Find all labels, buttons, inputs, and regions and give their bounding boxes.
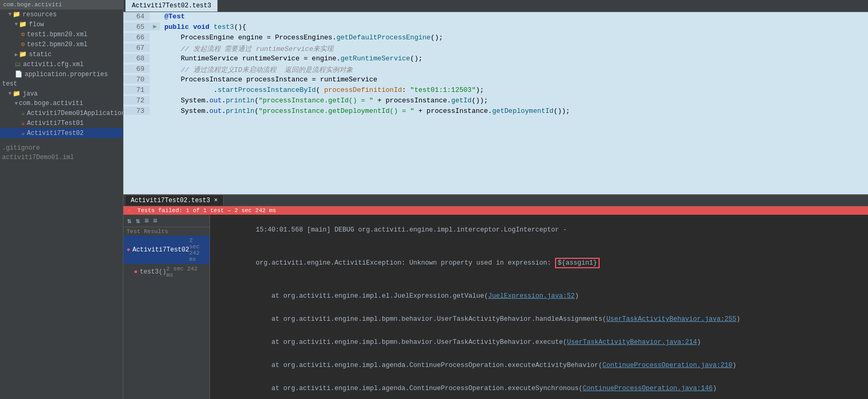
expand-icon: ▼ [15, 22, 18, 27]
console-output[interactable]: 15:40:01.568 [main] DEBUG org.activiti.e… [210, 215, 868, 399]
code-line-70: 70 ProcessInstance processInstance = run… [123, 75, 868, 86]
code-line-68: 68 RuntimeService runtimeService = engin… [123, 54, 868, 65]
sidebar-item-label: activiti7Demo01.iml [2, 154, 74, 161]
sidebar-item-test01[interactable]: ☕ Activiti7Test01 [0, 118, 123, 128]
test-item-activiti7test02[interactable]: ● Activiti7Test02 2 sec 242 ms [123, 236, 210, 264]
line-content: // 发起流程 需要通过 runtimeService来实现 [160, 44, 868, 54]
line-content: System.out.println("processInstance.getD… [160, 107, 868, 115]
line-content: // 通过流程定义ID来启动流程 返回的是流程实例对象 [160, 65, 868, 75]
run-gutter-icon[interactable]: ▶ [153, 23, 156, 30]
toolbar-btn-3[interactable]: ≡ [143, 216, 150, 226]
line-content: RuntimeService runtimeService = engine.g… [160, 54, 868, 62]
stack-prefix: at org.activiti.engine.impl.bpmn.behavio… [256, 316, 606, 323]
bottom-panel: Activiti7Test02.test3 × ● Tests failed: … [123, 194, 868, 399]
sidebar-item-app-properties[interactable]: 📄 application.properties [0, 69, 123, 79]
stack-prefix: at org.activiti.engine.impl.agenda.Conti… [256, 385, 583, 392]
toolbar-btn-1[interactable]: ⇅ [126, 216, 133, 226]
sidebar-item-label: flow [29, 21, 44, 28]
project-label: com.boge.activiti [3, 2, 62, 8]
stack-suffix: ) [697, 339, 701, 346]
error-highlight: ${assgin1} [555, 258, 600, 268]
editor-tab-active[interactable]: Activiti7Test02.test3 [126, 0, 218, 12]
code-area[interactable]: 64 @Test 65 ▶ public void test3(){ 66 Pr… [123, 12, 868, 194]
sidebar-item-flow[interactable]: ▼ 📁 flow [0, 19, 123, 29]
java-class-icon: ☕ [21, 119, 25, 127]
test-class-icon: ☕ [21, 109, 25, 117]
stack-suffix: ) [733, 362, 737, 369]
sidebar-item-static[interactable]: ▶ 📁 static [0, 49, 123, 59]
sidebar-item-test2-bpmn[interactable]: ⚙ test2.bpmn20.xml [0, 39, 123, 49]
sidebar-item-label: .gitignore [2, 144, 40, 152]
line-number: 65 [123, 23, 150, 31]
console-error-prefix: org.activiti.engine.ActivitiException: U… [256, 259, 555, 267]
stack-suffix: ) [713, 385, 717, 392]
line-number: 67 [123, 44, 150, 52]
folder-icon: 📁 [13, 10, 20, 18]
test-time: 2 sec 242 ms [166, 266, 206, 278]
sidebar-item-apptest[interactable]: ☕ Activiti7Demo01ApplicationTests [0, 108, 123, 118]
props-file-icon: 📄 [15, 70, 23, 78]
stack-link[interactable]: JuelExpression.java:52 [488, 292, 575, 300]
test-results-header-item: Test Results [123, 227, 210, 236]
code-line-64: 64 @Test [123, 12, 868, 23]
sidebar-item-test02[interactable]: ☕ Activiti7Test02 [0, 128, 123, 138]
sidebar-item-iml[interactable]: activiti7Demo01.iml [0, 153, 123, 162]
sidebar-item-test-root[interactable]: test [0, 79, 123, 89]
xml-file-icon: ⚙ [21, 40, 25, 48]
test-results-toolbar: ⇅ ⇅ ≡ ≡ [123, 215, 210, 227]
code-line-69: 69 // 通过流程定义ID来启动流程 返回的是流程实例对象 [123, 65, 868, 75]
sidebar-item-label: test [2, 80, 17, 88]
line-number: 72 [123, 96, 150, 104]
test-item-label: test3() [140, 268, 166, 276]
stack-link[interactable]: ContinueProcessOperation.java:146 [583, 385, 713, 392]
project-header: com.boge.activiti [0, 0, 123, 9]
folder-icon: 📁 [19, 20, 27, 28]
line-number: 71 [123, 86, 150, 94]
sidebar-item-com-boge[interactable]: ▼ com.boge.activiti [0, 99, 123, 108]
line-content: ProcessInstance processInstance = runtim… [160, 75, 868, 83]
line-gutter: ▶ [150, 23, 160, 30]
code-line-65: 65 ▶ public void test3(){ [123, 23, 868, 33]
console-stack-5: at org.activiti.engine.impl.agenda.Conti… [216, 377, 862, 399]
code-line-67: 67 // 发起流程 需要通过 runtimeService来实现 [123, 44, 868, 54]
sidebar-item-test1-bpmn[interactable]: ⚙ test1.bpmn20.xml [0, 29, 123, 39]
expand-icon: ▶ [15, 51, 18, 58]
bottom-tab-active[interactable]: Activiti7Test02.test3 × [126, 195, 224, 206]
sidebar-item-label: Activiti7Demo01ApplicationTests [27, 110, 123, 117]
stack-link[interactable]: UserTaskActivityBehavior.java:214 [567, 339, 697, 346]
console-text: 15:40:01.568 [main] DEBUG org.activiti.e… [256, 226, 567, 234]
stack-prefix: at org.activiti.engine.impl.bpmn.behavio… [256, 339, 567, 346]
console-line-2 [216, 242, 862, 249]
sidebar-item-label: java [23, 90, 38, 98]
toolbar-btn-4[interactable]: ≡ [151, 216, 159, 226]
java-class-icon: ☕ [21, 129, 25, 137]
test-results-sidebar: ⇅ ⇅ ≡ ≡ Test Results ● Activiti7Test02 2… [123, 215, 210, 399]
test-time: 2 sec 242 ms [189, 237, 206, 262]
stack-prefix: at org.activiti.engine.impl.el.JuelExpre… [256, 292, 488, 300]
line-content: .startProcessInstanceById( processDefini… [160, 86, 868, 94]
editor-tab-label: Activiti7Test02.test3 [132, 2, 211, 9]
sidebar-item-label: resources [23, 11, 57, 18]
stack-link[interactable]: UserTaskActivityBehavior.java:255 [606, 316, 737, 323]
line-number: 68 [123, 54, 150, 62]
sidebar-item-resources[interactable]: ▼ 📁 resources [0, 9, 123, 19]
expand-icon: ▼ [8, 91, 12, 97]
bottom-tab-label: Activiti7Test02.test3 × [131, 197, 218, 204]
sidebar-item-java[interactable]: ▼ 📁 java [0, 89, 123, 99]
stack-link[interactable]: ContinueProcessOperation.java:210 [602, 362, 733, 369]
sidebar-item-label: activiti.cfg.xml [23, 61, 83, 68]
test-item-test3[interactable]: ● test3() 2 sec 242 ms [123, 264, 210, 280]
console-stack-4: at org.activiti.engine.impl.agenda.Conti… [216, 354, 862, 376]
line-content: public void test3(){ [160, 23, 868, 31]
code-editor: Activiti7Test02.test3 64 @Test 65 ▶ publ… [123, 0, 868, 194]
status-bar-label: Tests failed: 1 of 1 test – 2 sec 242 ms [138, 207, 276, 214]
line-number: 70 [123, 75, 150, 83]
toolbar-btn-2[interactable]: ⇅ [134, 216, 141, 226]
status-error-icon: ● [128, 207, 131, 214]
sidebar-item-gitignore[interactable]: .gitignore [0, 143, 123, 153]
editor-tab-bar: Activiti7Test02.test3 [123, 0, 868, 12]
sidebar-item-activiti-cfg[interactable]: 🗂 activiti.cfg.xml [0, 59, 123, 69]
console-stack-1: at org.activiti.engine.impl.el.JuelExpre… [216, 285, 862, 307]
code-line-71: 71 .startProcessInstanceById( processDef… [123, 86, 868, 96]
sidebar-item-label: application.properties [25, 71, 108, 78]
